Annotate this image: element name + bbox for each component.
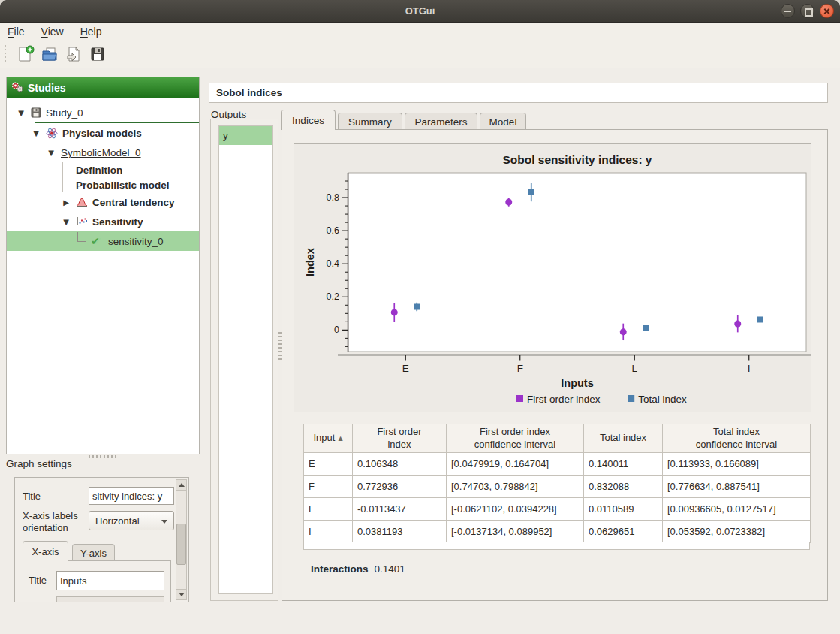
tree-item-physical-models[interactable]: ▼ Physical models: [7, 123, 199, 143]
table-cell[interactable]: [0.00936605, 0.0127517]: [663, 498, 811, 521]
tree-item-label: Probabilistic model: [76, 180, 170, 191]
tree-item-study-0[interactable]: ▼ Study_0: [7, 103, 199, 122]
tab-y-axis[interactable]: Y-axis: [72, 544, 115, 561]
expander-down-icon[interactable]: ▼: [61, 218, 71, 226]
export-script-icon: [65, 45, 83, 63]
table-header-input[interactable]: Input▲: [304, 424, 353, 453]
table-cell[interactable]: [-0.0621102, 0.0394228]: [447, 498, 584, 521]
expander-right-icon[interactable]: ▶: [61, 198, 71, 207]
tree-item-probabilistic-model[interactable]: Probabilistic model: [7, 177, 199, 192]
minimize-button[interactable]: [781, 4, 795, 18]
expander-down-icon[interactable]: ▼: [46, 149, 56, 157]
tree-connector: [62, 177, 71, 192]
tree-item-sensitivity[interactable]: ▼ Sensitivity: [7, 212, 199, 231]
table-cell[interactable]: 0.0381193: [353, 521, 447, 543]
table-row[interactable]: L -0.0113437 [-0.0621102, 0.0394228] 0.0…: [304, 498, 811, 521]
tab-indices[interactable]: Indices: [281, 110, 336, 130]
scroll-down-icon[interactable]: [176, 589, 186, 599]
outputs-panel: y: [210, 119, 278, 601]
scroll-up-icon[interactable]: [176, 480, 186, 491]
graph-settings-scrollbar[interactable]: [176, 479, 187, 600]
svg-text:0.6: 0.6: [327, 225, 339, 236]
title-bar[interactable]: OTGui: [0, 0, 840, 23]
maximize-button[interactable]: [800, 4, 814, 18]
table-cell[interactable]: [0.74703, 0.798842]: [447, 476, 584, 498]
table-cell[interactable]: [0.113933, 0.166089]: [663, 453, 811, 476]
table-row[interactable]: E 0.106348 [0.0479919, 0.164704] 0.14001…: [304, 453, 811, 476]
table-cell[interactable]: -0.0113437: [353, 498, 447, 521]
menu-bar: File View Help: [0, 23, 840, 41]
table-header-first-order[interactable]: First order index: [353, 424, 447, 453]
table-empty-area: [303, 542, 810, 550]
svg-text:First order index: First order index: [527, 394, 601, 405]
table-cell[interactable]: [0.053592, 0.0723382]: [663, 521, 811, 543]
svg-text:E: E: [402, 363, 409, 374]
table-cell[interactable]: 0.0629651: [584, 521, 663, 543]
xaxis-orientation-label: X-axis labels orientation: [23, 510, 78, 533]
tab-model[interactable]: Model: [480, 113, 526, 130]
expander-down-icon[interactable]: ▼: [16, 109, 26, 117]
svg-text:F: F: [517, 363, 523, 374]
output-item-y[interactable]: y: [219, 126, 272, 145]
table-cell[interactable]: [0.0479919, 0.164704]: [447, 453, 584, 476]
tab-parameters[interactable]: Parameters: [405, 113, 477, 130]
table-cell[interactable]: 0.140011: [584, 453, 663, 476]
xaxis-orientation-select[interactable]: Horizontal: [89, 511, 174, 530]
table-header-row: Input▲ First order index First order ind…: [304, 424, 811, 453]
table-cell[interactable]: L: [304, 498, 353, 521]
outputs-list: y: [218, 125, 273, 594]
table-cell[interactable]: [0.776634, 0.887541]: [663, 476, 811, 498]
svg-text:0.4: 0.4: [327, 258, 339, 269]
tree-item-definition[interactable]: Definition: [7, 162, 199, 177]
svg-text:0: 0: [334, 325, 339, 335]
open-study-button[interactable]: [38, 43, 62, 65]
graph-title-input[interactable]: [89, 487, 174, 505]
gears-icon: [11, 82, 24, 93]
scrollbar-thumb[interactable]: [176, 524, 186, 565]
table-cell[interactable]: F: [304, 476, 353, 498]
table-cell[interactable]: 0.106348: [353, 453, 447, 476]
menu-help[interactable]: Help: [80, 26, 102, 38]
tree-item-symbolicmodel-0[interactable]: ▼ SymbolicModel_0: [7, 143, 199, 162]
table-header-total-ci[interactable]: Total index confidence interval: [663, 424, 811, 453]
tree-item-label: Definition: [76, 165, 122, 176]
new-study-button[interactable]: [14, 43, 38, 65]
table-cell[interactable]: 0.772936: [353, 476, 447, 498]
toolbar-drag-handle[interactable]: [3, 45, 9, 63]
close-button[interactable]: [820, 4, 834, 18]
sobol-indices-chart: Sobol sensitivity indices: y00.20.40.60.…: [294, 144, 812, 413]
expander-down-icon[interactable]: ▼: [31, 129, 41, 137]
table-cell[interactable]: I: [304, 521, 353, 543]
horizontal-splitter-handle[interactable]: [89, 455, 117, 458]
axis-min-input[interactable]: [56, 596, 164, 602]
axis-min-label: Min: [29, 600, 44, 602]
menu-view[interactable]: View: [41, 26, 64, 38]
svg-text:Total index: Total index: [638, 394, 687, 405]
table-row[interactable]: I 0.0381193 [-0.0137134, 0.089952] 0.062…: [304, 521, 811, 543]
table-cell[interactable]: E: [304, 453, 353, 476]
table-header-total[interactable]: Total index: [584, 424, 663, 453]
export-script-button[interactable]: [62, 43, 86, 65]
tree-item-sensitivity-0[interactable]: ✔ ✔ sensitivity_0: [7, 231, 199, 251]
table-cell[interactable]: 0.832088: [584, 476, 663, 498]
tab-summary[interactable]: Summary: [338, 113, 402, 130]
tree-item-label: Physical models: [62, 128, 142, 139]
tree-item-central-tendency[interactable]: ▶ Central tendency: [7, 192, 199, 212]
new-study-icon: [17, 45, 35, 63]
table-cell[interactable]: 0.0110589: [584, 498, 663, 521]
svg-text:0.8: 0.8: [327, 192, 339, 203]
tree-item-label: Sensitivity: [92, 216, 143, 228]
tree-connector: [77, 232, 86, 242]
tree-item-label: Study_0: [46, 107, 83, 119]
table-row[interactable]: F 0.772936 [0.74703, 0.798842] 0.832088 …: [304, 476, 811, 498]
table-cell[interactable]: [-0.0137134, 0.089952]: [447, 521, 584, 543]
table-header-first-order-ci[interactable]: First order index confidence interval: [447, 424, 584, 453]
menu-file[interactable]: File: [8, 26, 25, 38]
save-study-button[interactable]: [86, 43, 110, 65]
interactions-row: Interactions0.1401: [311, 563, 405, 575]
axis-title-input[interactable]: [56, 571, 164, 590]
histogram-icon: [76, 197, 88, 207]
page-title: Sobol indices: [209, 83, 828, 103]
tab-x-axis[interactable]: X-axis: [23, 541, 68, 561]
toolbar: [0, 41, 840, 68]
